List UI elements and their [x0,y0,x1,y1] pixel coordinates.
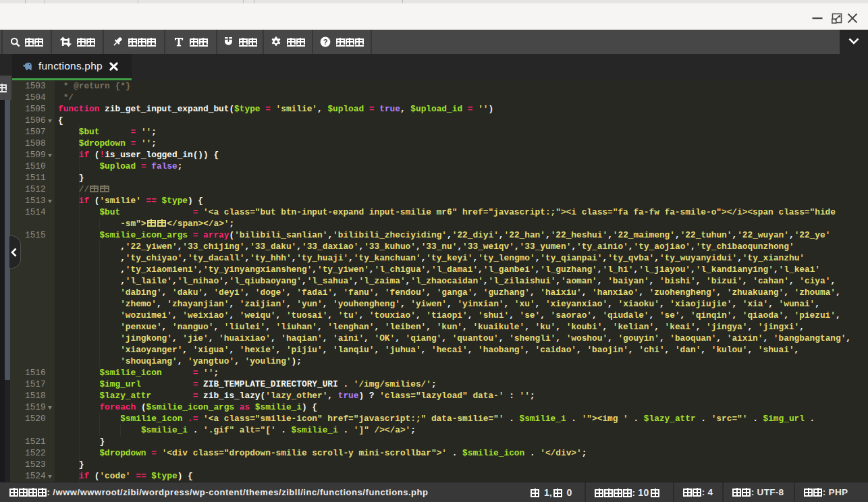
svg-text:?: ? [323,38,328,46]
